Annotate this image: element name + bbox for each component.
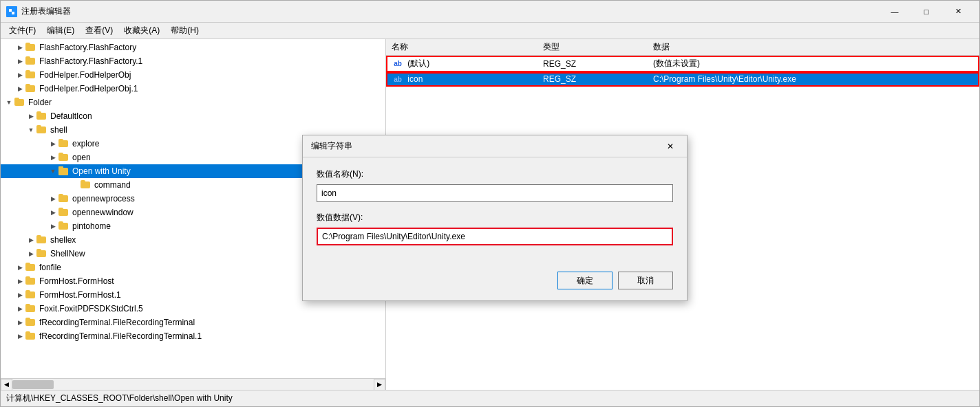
expand-icon: ▶ <box>14 262 25 273</box>
tree-label: FodHelper.FodHelperObj.1 <box>39 84 138 94</box>
tree-label: FlashFactory.FlashFactory.1 <box>39 56 142 66</box>
tree-label: fRecordingTerminal.FileRecordingTerminal <box>39 318 195 327</box>
folder-icon <box>25 56 36 66</box>
folder-icon <box>58 153 70 162</box>
folder-icon <box>58 166 70 176</box>
menu-bar: 文件(F) 编辑(E) 查看(V) 收藏夹(A) 帮助(H) <box>1 23 979 39</box>
expand-icon: ▶ <box>14 69 25 80</box>
close-button[interactable]: ✕ <box>942 1 974 23</box>
cell-name: ab icon <box>386 72 537 87</box>
folder-icon <box>36 111 47 121</box>
edit-string-dialog[interactable]: 编辑字符串 ✕ 数值名称(N): 数值数据(V): 确定 取消 <box>302 135 688 301</box>
app-icon <box>6 6 17 17</box>
menu-edit[interactable]: 编辑(E) <box>41 23 80 38</box>
ab-icon: ab <box>392 75 404 85</box>
dialog-body: 数值名称(N): 数值数据(V): <box>303 157 687 266</box>
status-text: 计算机\HKEY_CLASSES_ROOT\Folder\shell\Open … <box>6 393 233 404</box>
name-label: 数值名称(N): <box>317 168 673 180</box>
tree-label: opennewwindow <box>72 208 134 217</box>
expand-icon: ▶ <box>47 152 58 163</box>
table-row-icon[interactable]: ab icon REG_SZ C:\Program Files\Unity\Ed… <box>386 72 979 87</box>
status-bar: 计算机\HKEY_CLASSES_ROOT\Folder\shell\Open … <box>1 390 979 406</box>
folder-icon <box>36 125 47 135</box>
cell-name-text: icon <box>407 74 423 84</box>
tree-label: Folder <box>28 98 52 107</box>
tree-label: FodHelper.FodHelperObj <box>39 70 131 80</box>
folder-icon <box>25 304 36 314</box>
name-input[interactable] <box>317 184 673 202</box>
expand-icon: ▼ <box>3 97 14 108</box>
expand-icon: ▶ <box>14 303 25 314</box>
cancel-button[interactable]: 取消 <box>618 272 673 289</box>
tree-item[interactable]: ▶ fRecordingTerminal.FileRecordingTermin… <box>1 316 385 329</box>
tree-label: ShellNew <box>50 249 85 258</box>
ok-button[interactable]: 确定 <box>557 272 612 289</box>
expand-icon: ▶ <box>14 83 25 94</box>
expand-icon: ▶ <box>14 331 25 342</box>
hscroll-thumb[interactable] <box>12 380 54 389</box>
expand-icon: ▶ <box>14 42 25 53</box>
folder-icon <box>25 84 36 94</box>
tree-label: opennewprocess <box>72 194 135 204</box>
tree-label: pintohome <box>72 221 111 231</box>
col-type: 类型 <box>537 39 648 56</box>
tree-label: fonfile <box>39 263 61 272</box>
dialog-close-button[interactable]: ✕ <box>662 138 679 155</box>
tree-item[interactable]: ▶ FodHelper.FodHelperObj.1 <box>1 82 385 96</box>
window-title: 注册表编辑器 <box>21 6 71 17</box>
tree-label: open <box>72 153 91 162</box>
svg-rect-3 <box>58 168 68 175</box>
tree-label: explore <box>72 139 99 148</box>
expand-icon: ▼ <box>47 166 58 177</box>
tree-item[interactable]: ▶ fRecordingTerminal.FileRecordingTermin… <box>1 329 385 343</box>
tree-label: Foxit.FoxitPDFSDKStdCtrl.5 <box>39 304 143 314</box>
cell-type: REG_SZ <box>537 72 648 87</box>
tree-label: DefaultIcon <box>50 111 92 121</box>
tree-label: shell <box>50 125 67 135</box>
data-label: 数值数据(V): <box>317 212 673 223</box>
cell-data: C:\Program Files\Unity\Editor\Unity.exe <box>648 72 979 87</box>
window-controls: — □ ✕ <box>879 1 974 23</box>
cell-name-text: (默认) <box>407 58 429 68</box>
dialog-footer: 确定 取消 <box>303 266 687 300</box>
tree-item[interactable]: ▶ DefaultIcon <box>1 109 385 123</box>
minimize-button[interactable]: — <box>879 1 910 23</box>
expand-icon: ▶ <box>14 289 25 300</box>
cell-type: REG_SZ <box>537 56 648 72</box>
values-table: 名称 类型 数据 ab (默认) REG_SZ <box>386 39 979 87</box>
data-input[interactable] <box>317 228 673 245</box>
expand-icon: ▶ <box>47 207 58 218</box>
expand-icon: ▶ <box>25 248 36 259</box>
expand-icon: ▶ <box>14 56 25 67</box>
tree-item[interactable]: ▶ FlashFactory.FlashFactory.1 <box>1 54 385 68</box>
tree-label: fRecordingTerminal.FileRecordingTerminal… <box>39 331 202 341</box>
tree-label: FormHost.FormHost.1 <box>39 290 121 300</box>
folder-icon <box>25 318 36 327</box>
folder-icon <box>58 221 70 231</box>
menu-favorites[interactable]: 收藏夹(A) <box>118 23 165 38</box>
tree-item[interactable]: ▶ FlashFactory.FlashFactory <box>1 41 385 54</box>
svg-rect-1 <box>9 9 12 12</box>
tree-item[interactable]: ▶ Foxit.FoxitPDFSDKStdCtrl.5 <box>1 302 385 316</box>
folder-icon <box>81 180 92 190</box>
expand-icon: ▶ <box>47 221 58 232</box>
tree-label: FormHost.FormHost <box>39 276 114 286</box>
scroll-left-btn[interactable]: ◀ <box>1 379 12 390</box>
scroll-right-btn[interactable]: ▶ <box>374 379 385 390</box>
folder-icon <box>58 139 70 148</box>
tree-label: shellex <box>50 235 76 245</box>
tree-hscrollbar[interactable]: ◀ ▶ <box>1 378 385 390</box>
expand-icon: ▶ <box>14 276 25 287</box>
svg-rect-2 <box>12 12 14 14</box>
tree-item[interactable]: ▼ Folder <box>1 96 385 109</box>
menu-help[interactable]: 帮助(H) <box>165 23 204 38</box>
expand-icon: ▶ <box>47 138 58 149</box>
maximize-button[interactable]: □ <box>910 1 942 23</box>
folder-icon <box>58 194 70 204</box>
dialog-title-bar: 编辑字符串 ✕ <box>303 135 687 157</box>
table-row[interactable]: ab (默认) REG_SZ (数值未设置) <box>386 56 979 72</box>
menu-view[interactable]: 查看(V) <box>80 23 118 38</box>
menu-file[interactable]: 文件(F) <box>3 23 41 38</box>
tree-item[interactable]: ▶ FodHelper.FodHelperObj <box>1 68 385 82</box>
expand-icon: ▶ <box>47 193 58 204</box>
